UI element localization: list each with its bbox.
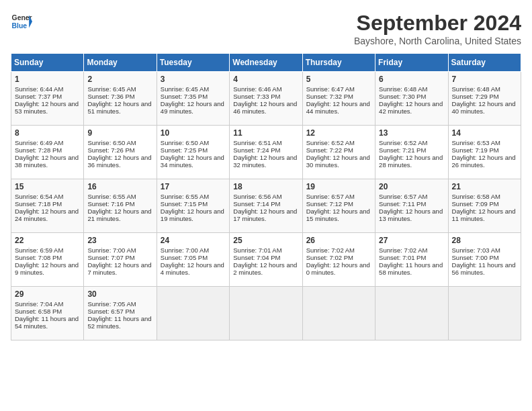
sunrise-text: Sunrise: 7:01 AM (233, 246, 281, 254)
day-number: 20 (379, 182, 444, 191)
day-number: 2 (87, 75, 152, 84)
sunrise-text: Sunrise: 6:48 AM (452, 85, 500, 93)
sunset-text: Sunset: 7:11 PM (379, 200, 426, 208)
day-number: 24 (161, 236, 226, 245)
sunrise-text: Sunrise: 6:45 AM (87, 85, 136, 93)
logo: General Blue (11, 11, 35, 32)
sunrise-text: Sunrise: 6:53 AM (452, 139, 500, 146)
sunset-text: Sunset: 7:16 PM (87, 200, 134, 208)
title-area: September 2024 Bayshore, North Carolina,… (354, 11, 521, 46)
sunset-text: Sunset: 7:26 PM (87, 146, 134, 154)
calendar-cell: 21Sunrise: 6:58 AMSunset: 7:09 PMDayligh… (448, 179, 521, 233)
calendar-cell: 12Sunrise: 6:52 AMSunset: 7:22 PMDayligh… (302, 126, 375, 179)
daylight-text: Daylight: 12 hours and 15 minutes. (306, 208, 370, 222)
sunrise-text: Sunrise: 7:02 AM (306, 246, 355, 254)
calendar-cell: 17Sunrise: 6:55 AMSunset: 7:15 PMDayligh… (157, 179, 229, 233)
day-number: 25 (233, 236, 298, 245)
calendar-cell: 18Sunrise: 6:56 AMSunset: 7:14 PMDayligh… (230, 179, 302, 233)
day-number: 17 (161, 182, 226, 191)
daylight-text: Daylight: 12 hours and 17 minutes. (233, 208, 297, 222)
calendar-cell: 9Sunrise: 6:50 AMSunset: 7:26 PMDaylight… (84, 126, 157, 179)
daylight-text: Daylight: 12 hours and 28 minutes. (379, 154, 443, 169)
day-number: 9 (87, 128, 152, 138)
sunset-text: Sunset: 7:22 PM (306, 146, 353, 154)
calendar-cell: 23Sunrise: 7:00 AMSunset: 7:07 PMDayligh… (84, 233, 157, 287)
day-number: 16 (87, 182, 152, 191)
daylight-text: Daylight: 12 hours and 53 minutes. (15, 100, 79, 115)
daylight-text: Daylight: 12 hours and 49 minutes. (161, 100, 224, 115)
daylight-text: Daylight: 12 hours and 0 minutes. (306, 261, 370, 276)
day-number: 30 (87, 289, 152, 299)
daylight-text: Daylight: 12 hours and 46 minutes. (233, 100, 297, 115)
calendar-cell: 8Sunrise: 6:49 AMSunset: 7:28 PMDaylight… (11, 126, 84, 179)
day-number: 1 (15, 75, 80, 84)
day-number: 8 (15, 128, 80, 138)
sunrise-text: Sunrise: 7:04 AM (15, 300, 63, 308)
calendar-cell (448, 287, 521, 340)
daylight-text: Daylight: 12 hours and 7 minutes. (87, 261, 151, 276)
day-number: 22 (15, 236, 80, 245)
calendar-cell: 11Sunrise: 6:51 AMSunset: 7:24 PMDayligh… (230, 126, 302, 179)
daylight-text: Daylight: 12 hours and 38 minutes. (15, 154, 79, 169)
sunset-text: Sunset: 7:29 PM (452, 93, 499, 100)
sunset-text: Sunset: 7:21 PM (379, 146, 426, 154)
calendar-cell: 4Sunrise: 6:46 AMSunset: 7:33 PMDaylight… (230, 72, 302, 126)
day-number: 10 (161, 128, 226, 138)
weekday-header: Thursday (302, 54, 375, 72)
sunset-text: Sunset: 7:01 PM (379, 254, 426, 261)
sunrise-text: Sunrise: 7:02 AM (379, 246, 427, 254)
sunset-text: Sunset: 7:37 PM (15, 93, 62, 100)
calendar-cell (375, 287, 448, 340)
calendar-cell: 1Sunrise: 6:44 AMSunset: 7:37 PMDaylight… (11, 72, 84, 126)
sunset-text: Sunset: 7:05 PM (161, 254, 208, 261)
day-number: 14 (452, 128, 517, 138)
svg-text:Blue: Blue (12, 22, 28, 30)
day-number: 12 (306, 128, 371, 138)
daylight-text: Daylight: 12 hours and 19 minutes. (161, 208, 224, 222)
sunrise-text: Sunrise: 7:05 AM (87, 300, 136, 308)
daylight-text: Daylight: 12 hours and 21 minutes. (87, 208, 151, 222)
calendar-cell: 20Sunrise: 6:57 AMSunset: 7:11 PMDayligh… (375, 179, 448, 233)
location-title: Bayshore, North Carolina, United States (354, 36, 521, 46)
sunrise-text: Sunrise: 6:50 AM (87, 139, 136, 146)
sunrise-text: Sunrise: 6:50 AM (161, 139, 209, 146)
sunrise-text: Sunrise: 6:58 AM (452, 193, 500, 200)
sunrise-text: Sunrise: 7:03 AM (452, 246, 500, 254)
sunset-text: Sunset: 7:19 PM (452, 146, 499, 154)
sunrise-text: Sunrise: 6:47 AM (306, 85, 355, 93)
weekday-header: Wednesday (230, 54, 302, 72)
daylight-text: Daylight: 12 hours and 26 minutes. (452, 154, 516, 169)
calendar-cell: 2Sunrise: 6:45 AMSunset: 7:36 PMDaylight… (84, 72, 157, 126)
calendar-cell: 7Sunrise: 6:48 AMSunset: 7:29 PMDaylight… (448, 72, 521, 126)
day-number: 19 (306, 182, 371, 191)
daylight-text: Daylight: 11 hours and 56 minutes. (452, 261, 516, 276)
daylight-text: Daylight: 12 hours and 13 minutes. (379, 208, 443, 222)
day-number: 4 (233, 75, 298, 84)
sunrise-text: Sunrise: 6:54 AM (15, 193, 63, 200)
sunrise-text: Sunrise: 6:55 AM (161, 193, 209, 200)
day-number: 7 (452, 75, 517, 84)
daylight-text: Daylight: 12 hours and 34 minutes. (161, 154, 224, 169)
sunrise-text: Sunrise: 6:57 AM (306, 193, 355, 200)
sunset-text: Sunset: 7:25 PM (161, 146, 208, 154)
calendar-cell (157, 287, 229, 340)
sunset-text: Sunset: 7:09 PM (452, 200, 499, 208)
sunrise-text: Sunrise: 6:48 AM (379, 85, 427, 93)
daylight-text: Daylight: 12 hours and 32 minutes. (233, 154, 297, 169)
calendar-cell: 19Sunrise: 6:57 AMSunset: 7:12 PMDayligh… (302, 179, 375, 233)
calendar-cell: 10Sunrise: 6:50 AMSunset: 7:25 PMDayligh… (157, 126, 229, 179)
weekday-header: Tuesday (157, 54, 229, 72)
day-number: 27 (379, 236, 444, 245)
calendar-cell: 27Sunrise: 7:02 AMSunset: 7:01 PMDayligh… (375, 233, 448, 287)
daylight-text: Daylight: 11 hours and 58 minutes. (379, 261, 443, 276)
calendar-cell: 29Sunrise: 7:04 AMSunset: 6:58 PMDayligh… (11, 287, 84, 340)
calendar-cell: 24Sunrise: 7:00 AMSunset: 7:05 PMDayligh… (157, 233, 229, 287)
sunrise-text: Sunrise: 6:57 AM (379, 193, 427, 200)
sunset-text: Sunset: 7:33 PM (233, 93, 280, 100)
sunset-text: Sunset: 7:28 PM (15, 146, 62, 154)
calendar-cell: 25Sunrise: 7:01 AMSunset: 7:04 PMDayligh… (230, 233, 302, 287)
day-number: 3 (161, 75, 226, 84)
day-number: 28 (452, 236, 517, 245)
calendar-cell (230, 287, 302, 340)
calendar-cell: 26Sunrise: 7:02 AMSunset: 7:02 PMDayligh… (302, 233, 375, 287)
